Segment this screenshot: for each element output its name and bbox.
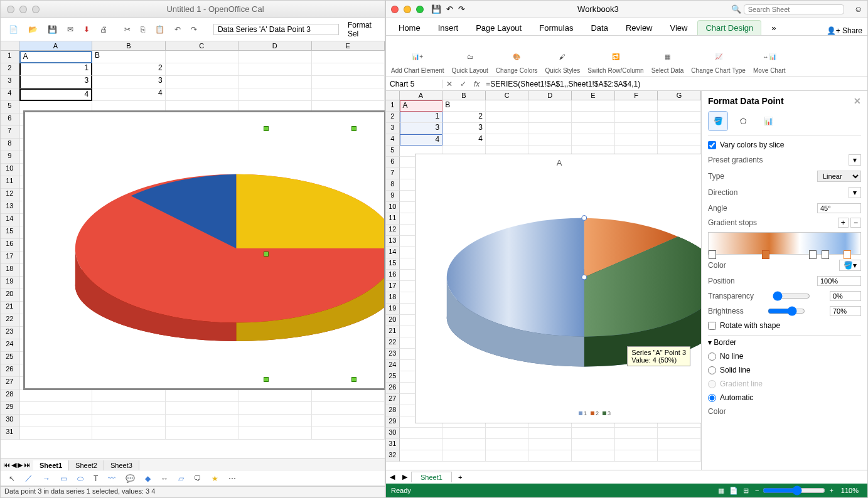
quick-layout-button[interactable]: 🗂Quick Layout [452,38,488,74]
prev-sheet-icon[interactable]: ◀ [386,473,399,481]
minimize-icon[interactable] [404,6,411,13]
sheet-tab-1[interactable]: Sheet1 [33,460,69,470]
qat-save-icon[interactable]: 💾 [429,4,444,14]
sheet-tab-3[interactable]: Sheet3 [104,460,139,470]
effects-tab-icon[interactable]: ⬠ [733,111,753,131]
tab-view[interactable]: View [663,21,695,35]
connector-icon[interactable]: ↔ [158,472,171,485]
change-colors-button[interactable]: 🎨Change Colors [496,38,538,74]
enter-formula-icon[interactable]: ✓ [456,80,470,88]
border-solid-radio[interactable] [708,366,716,374]
next-sheet-icon[interactable]: ▶ [399,473,411,481]
transparency-slider[interactable] [773,291,810,301]
oo-grid[interactable]: A B C D E 1AB 212 333 444 56789101112131… [1,41,385,458]
next-sheet-icon[interactable]: ▶ [18,461,23,469]
preset-gradient-dropdown[interactable]: ▾ [849,154,861,166]
cell-B2[interactable]: 2 [442,112,486,123]
zoom-in-button[interactable]: + [825,487,837,494]
brightness-slider[interactable] [768,306,805,316]
close-pane-icon[interactable]: ✕ [854,96,861,106]
cell-A1[interactable]: A [400,100,443,112]
mail-icon[interactable]: ✉ [64,23,77,36]
tab-data[interactable]: Data [583,21,615,35]
print-icon[interactable]: 🖨 [97,23,110,36]
add-chart-element-button[interactable]: 📊+Add Chart Element [391,38,444,74]
rotate-with-shape-checkbox[interactable] [708,322,716,330]
position-input[interactable] [817,276,861,286]
cell-A4[interactable]: 4 [19,88,93,101]
tab-pagelayout[interactable]: Page Layout [468,21,529,35]
last-sheet-icon[interactable]: ⏭ [24,461,31,469]
first-sheet-icon[interactable]: ⏮ [3,461,10,469]
callout-icon[interactable]: 💬 [122,472,138,485]
view-normal-icon[interactable]: ▦ [715,487,727,495]
cell-A2[interactable]: 1 [400,112,443,123]
ellipse-icon[interactable]: ⬭ [74,472,87,485]
color-fill-dropdown[interactable]: 🪣▾ [839,260,861,271]
callout2-icon[interactable]: 🗨 [191,472,205,485]
cell-B1[interactable]: B [442,100,486,112]
view-pagelayout-icon[interactable]: 📄 [727,487,741,495]
close-icon[interactable] [391,6,399,13]
curve-icon[interactable]: 〰 [105,472,119,485]
tab-formulas[interactable]: Formulas [532,21,581,35]
cell-A4[interactable]: 4 [400,134,443,146]
cell-B3[interactable]: 3 [442,123,486,134]
tab-chartdesign[interactable]: Chart Design [697,20,761,35]
zoom-icon[interactable] [32,6,40,13]
select-data-button[interactable]: ▦Select Data [651,38,684,74]
zoom-slider[interactable] [763,485,825,495]
qat-undo-icon[interactable]: ↶ [444,4,456,14]
prev-sheet-icon[interactable]: ◀ [11,461,16,469]
angle-input[interactable] [817,203,861,213]
zoom-level[interactable]: 110% [837,487,862,494]
excel-namebox[interactable]: Chart 5 [386,80,442,88]
shapes-icon[interactable]: ◆ [142,472,154,485]
rect-icon[interactable]: ▭ [57,472,70,485]
pointer-icon[interactable]: ↖ [6,472,18,485]
tab-home[interactable]: Home [391,21,428,35]
vary-colors-checkbox[interactable] [708,141,716,149]
text-icon[interactable]: T [90,472,101,485]
format-selection-btn[interactable]: Format Sel [348,21,380,38]
search-sheet-input[interactable] [744,4,844,14]
cell-B3[interactable]: 3 [92,76,165,88]
cell-B4[interactable]: 4 [92,88,165,101]
series-tab-icon[interactable]: 📊 [758,111,778,131]
sheet-tab-sheet1[interactable]: Sheet1 [411,472,452,482]
oo-namebox[interactable]: Data Series 'A' Data Point 3 [213,24,339,35]
oo-chart[interactable] [23,110,385,390]
copy-icon[interactable]: ⎘ [137,23,148,36]
transparency-input[interactable] [830,291,861,301]
excel-sheet[interactable]: A B C D E F G 1AB 212 333 444 5678910111… [386,91,701,470]
star-icon[interactable]: ★ [208,472,222,485]
arrow-icon[interactable]: → [40,472,53,485]
remove-stop-button[interactable]: − [850,218,861,228]
undo-icon[interactable]: ↶ [171,23,184,36]
smiley-icon[interactable]: ☺ [849,4,867,14]
close-icon[interactable] [7,6,14,13]
border-noline-radio[interactable] [708,352,716,361]
cancel-formula-icon[interactable]: ✕ [442,80,456,88]
cell-B2[interactable]: 2 [92,63,165,76]
cut-icon[interactable]: ✂ [121,23,134,36]
pdf-icon[interactable]: ⬇ [80,23,93,36]
share-button[interactable]: 👤+ Share [827,26,862,35]
col-D[interactable]: D [238,41,311,50]
redo-icon[interactable]: ↷ [188,23,200,36]
quick-styles-button[interactable]: 🖌Quick Styles [545,38,581,74]
col-C[interactable]: C [166,41,238,50]
cell-B4[interactable]: 4 [442,134,486,146]
zoom-icon[interactable] [416,6,424,13]
col-A[interactable]: A [400,91,443,100]
switch-rowcol-button[interactable]: 🔁Switch Row/Column [587,38,643,74]
direction-dropdown[interactable]: ▾ [849,187,861,198]
cell-A1[interactable]: A [19,51,93,63]
new-icon[interactable]: 📄 [6,23,21,36]
fill-tab-icon[interactable]: 🪣 [708,111,728,131]
tab-insert[interactable]: Insert [431,21,466,35]
col-B[interactable]: B [92,41,165,50]
view-pagebreak-icon[interactable]: ⊞ [741,487,751,495]
open-icon[interactable]: 📂 [25,23,41,36]
change-chart-type-button[interactable]: 📈Change Chart Type [691,38,746,74]
